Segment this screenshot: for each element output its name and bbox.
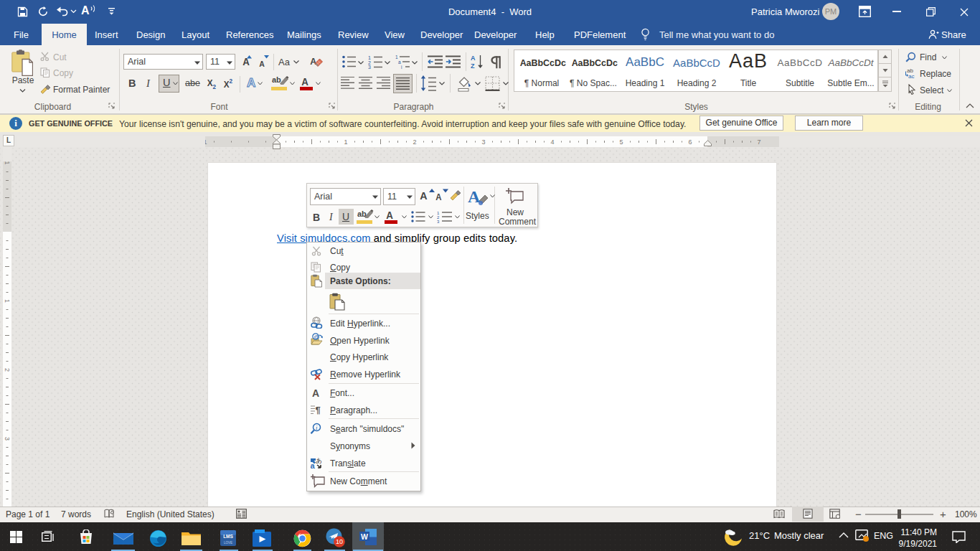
svg-text:ac: ac (908, 73, 914, 79)
svg-text:@: @ (314, 334, 319, 340)
svg-text:1: 1 (205, 138, 207, 146)
svg-text:3: 3 (481, 138, 485, 146)
svg-text:A: A (247, 76, 255, 90)
svg-text:i: i (316, 424, 318, 431)
svg-text:7: 7 (757, 138, 760, 146)
svg-text:a: a (398, 60, 401, 65)
svg-text:3: 3 (368, 65, 371, 69)
svg-text:i: i (401, 65, 402, 69)
svg-text:6: 6 (688, 138, 692, 146)
svg-text:W: W (361, 532, 368, 541)
svg-text:A: A (471, 55, 476, 62)
svg-text:1: 1 (4, 161, 11, 164)
svg-text:1: 1 (4, 299, 11, 303)
svg-text:1: 1 (344, 138, 347, 146)
svg-text:4: 4 (550, 138, 554, 146)
svg-text:¶: ¶ (316, 405, 321, 415)
svg-text:2: 2 (4, 368, 11, 372)
svg-text:1: 1 (395, 55, 398, 60)
svg-text:あ: あ (316, 457, 322, 464)
svg-text:a: a (311, 461, 316, 470)
svg-text:2: 2 (413, 138, 416, 146)
svg-text:LOVE: LOVE (224, 541, 232, 545)
svg-text:3: 3 (437, 220, 440, 224)
svg-text:LMS: LMS (223, 534, 233, 539)
svg-text:3: 3 (4, 437, 11, 441)
svg-text:10: 10 (335, 538, 342, 545)
svg-text:1: 1 (368, 55, 371, 60)
svg-text:Z: Z (471, 62, 475, 70)
svg-text:5: 5 (619, 138, 623, 146)
